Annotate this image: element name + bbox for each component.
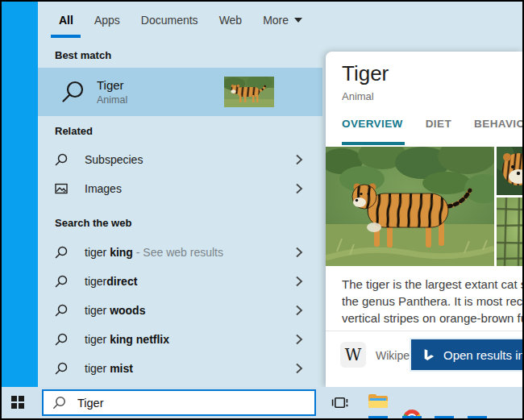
tiger-fence-photo[interactable] [497, 198, 522, 266]
screen-inner: All Apps Documents Web More Best match T… [2, 2, 522, 418]
tab-documents[interactable]: Documents [141, 14, 198, 27]
windows-logo-icon [11, 396, 17, 401]
tab-behavior[interactable]: BEHAVIOR [474, 118, 522, 130]
card-divider [326, 331, 522, 331]
running-app-indicator [435, 416, 454, 418]
suggestion-prefix: tiger [85, 246, 110, 259]
tab-apps[interactable]: Apps [94, 14, 120, 27]
best-match-subtitle: Animal [97, 94, 127, 106]
chevron-right-icon [295, 246, 303, 259]
web-suggestion-label: tiger woods [85, 304, 145, 317]
suggestion-bold: woods [110, 304, 145, 317]
wikipedia-w: W [345, 345, 362, 364]
preview-title: Tiger [342, 61, 389, 86]
web-suggestion-tiger-king[interactable]: tiger king - See web results [38, 238, 322, 267]
preview-image-strip [326, 147, 522, 266]
taskbar-search-input[interactable] [76, 396, 289, 410]
start-button[interactable] [11, 396, 24, 409]
search-web-header: Search the web [55, 217, 131, 229]
suggestion-bold: direct [106, 275, 137, 288]
web-suggestion-tiger-king-netflix[interactable]: tiger king netflix [38, 325, 322, 354]
related-header: Related [55, 125, 93, 137]
search-filter-tabs: All Apps Documents Web More [38, 2, 522, 38]
tiger-face-photo[interactable] [497, 147, 522, 195]
windows-logo-icon [19, 396, 24, 401]
taskbar: N [2, 387, 522, 418]
windows-logo-icon [11, 403, 17, 409]
open-results-label: Open results in [443, 348, 522, 362]
description-line: The tiger is the largest extant cat spe [342, 276, 522, 293]
folder-tab [368, 394, 376, 397]
open-results-button[interactable]: Open results in [411, 339, 522, 370]
tab-more-label: More [263, 14, 289, 27]
running-app-indicator [468, 416, 487, 418]
search-icon [55, 362, 68, 375]
search-flyout: All Apps Documents Web More Best match T… [38, 2, 522, 387]
best-match-thumbnail [224, 77, 274, 107]
suggestion-bold: king netflix [110, 333, 169, 346]
preview-subtitle: Animal [342, 90, 374, 102]
best-match-text: Tiger Animal [97, 78, 127, 106]
search-icon [55, 275, 68, 288]
folder-front [368, 401, 388, 408]
description-line: the genus Panthera. It is most recogn [342, 293, 522, 310]
suggestion-bold: mist [110, 362, 133, 375]
tiger-main-photo[interactable] [326, 147, 494, 266]
best-match-header: Best match [55, 49, 111, 61]
web-suggestion-label: tiger king - See web results [85, 246, 223, 259]
tab-overview[interactable]: OVERVIEW [342, 118, 403, 130]
best-match-result[interactable]: Tiger Animal [38, 68, 322, 116]
best-match-title: Tiger [97, 78, 127, 92]
file-explorer-icon[interactable] [368, 393, 388, 409]
running-app-indicator [402, 416, 422, 418]
tab-documents-label: Documents [141, 14, 198, 27]
search-icon [60, 80, 85, 104]
wikipedia-logo: W [340, 342, 366, 368]
preview-description: The tiger is the largest extant cat spe … [342, 276, 522, 326]
suggestion-prefix: tiger [85, 304, 110, 317]
chevron-right-icon [295, 362, 303, 375]
result-preview-card: Tiger Animal OVERVIEW DIET BEHAVIOR [326, 52, 522, 387]
desktop-wallpaper-stripe [2, 2, 38, 387]
suggestion-bold: king [110, 246, 133, 259]
windows-search-screen: All Apps Documents Web More Best match T… [0, 0, 524, 420]
related-item-images[interactable]: Images [38, 174, 322, 203]
search-icon [55, 153, 68, 166]
search-icon [55, 246, 68, 259]
chevron-right-icon [295, 304, 303, 317]
related-item-label: Subspecies [85, 153, 143, 166]
chevron-right-icon [295, 275, 303, 288]
tab-diet[interactable]: DIET [426, 118, 451, 130]
chevron-right-icon [295, 182, 303, 195]
active-preview-tab-underline [342, 142, 405, 145]
taskbar-search-box[interactable] [42, 389, 316, 416]
description-line: vertical stripes on orange-brown fur w [342, 310, 522, 326]
running-app-indicator [368, 416, 388, 418]
related-item-subspecies[interactable]: Subspecies [38, 145, 322, 174]
web-suggestion-tiger-woods[interactable]: tiger woods [38, 296, 322, 325]
bing-icon [422, 348, 435, 362]
search-icon [55, 333, 68, 346]
related-item-label: Images [85, 182, 122, 195]
chevron-down-icon [294, 18, 302, 23]
suggestion-prefix: tiger [85, 362, 110, 375]
tab-all-label: All [59, 14, 73, 27]
tab-apps-label: Apps [94, 14, 120, 27]
tab-web[interactable]: Web [219, 14, 243, 27]
web-suggestion-label: tiger king netflix [85, 333, 169, 346]
tab-web-label: Web [219, 14, 243, 27]
suggestion-suffix: - See web results [133, 246, 223, 259]
task-view-icon[interactable] [331, 394, 348, 411]
preview-side-images [497, 147, 522, 266]
results-panel: Best match Tiger Animal [38, 38, 322, 387]
web-suggestion-tiger-mist[interactable]: tiger mist [38, 354, 322, 383]
chevron-right-icon [295, 153, 303, 166]
search-icon [55, 304, 68, 317]
tab-more[interactable]: More [263, 14, 302, 27]
web-suggestion-tigerdirect[interactable]: tigerdirect [38, 267, 322, 296]
image-icon [55, 182, 68, 195]
web-suggestion-label: tigerdirect [85, 275, 137, 288]
preview-tabs: OVERVIEW DIET BEHAVIOR [342, 118, 522, 130]
suggestion-prefix: tiger [85, 275, 106, 288]
tab-all[interactable]: All [59, 14, 73, 27]
